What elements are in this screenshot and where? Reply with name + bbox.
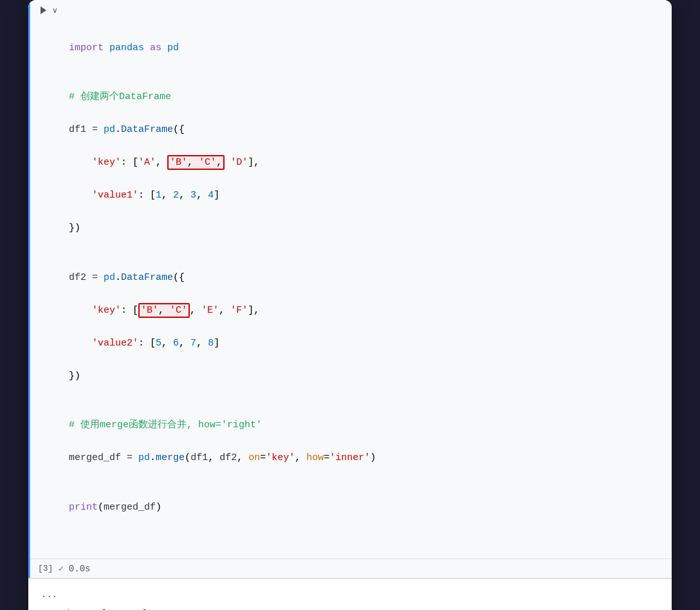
execution-time: 0.0s bbox=[69, 564, 91, 574]
cell-toolbar: ∨ bbox=[30, 0, 672, 21]
cell-number: [3] bbox=[38, 564, 53, 573]
chevron-down-icon: ∨ bbox=[52, 6, 58, 15]
code-cell: ∨ import pandas as pd # 创建两个DataFrame df… bbox=[28, 0, 672, 578]
svg-marker-0 bbox=[41, 6, 46, 14]
output-ellipsis: ... bbox=[41, 587, 659, 603]
cell-status-bar: [3] ✓ 0.0s bbox=[30, 559, 672, 578]
output-table: key value1 value2 0 B 2 5 1 C 3 6 bbox=[67, 605, 659, 610]
run-button[interactable] bbox=[38, 5, 48, 15]
output-cell: ... key value1 value2 0 B 2 5 1 C 3 6 bbox=[28, 578, 672, 610]
notebook-container: ∨ import pandas as pd # 创建两个DataFrame df… bbox=[28, 0, 672, 610]
code-block: import pandas as pd # 创建两个DataFrame df1 … bbox=[30, 21, 672, 559]
output-header: key value1 value2 bbox=[67, 605, 659, 610]
check-icon: ✓ bbox=[58, 563, 63, 574]
